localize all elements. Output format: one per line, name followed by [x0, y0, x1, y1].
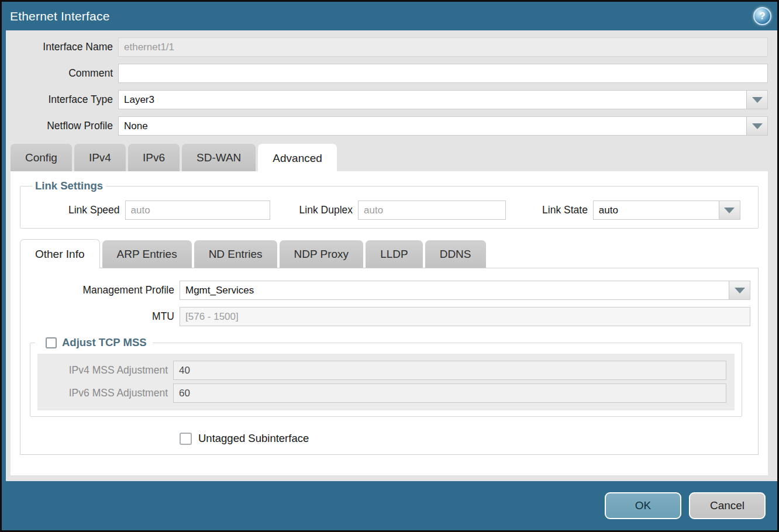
- tab-arp-entries[interactable]: ARP Entries: [102, 240, 192, 268]
- management-profile-row: Management Profile Mgmt_Services: [20, 281, 750, 300]
- adjust-tcp-mss-fieldset: Adjust TCP MSS IPv4 MSS Adjustment IPv6 …: [30, 336, 742, 417]
- tab-lldp[interactable]: LLDP: [366, 240, 423, 268]
- netflow-profile-dropdown-button[interactable]: [746, 117, 767, 135]
- comment-field[interactable]: [118, 64, 768, 83]
- tab-ipv4[interactable]: IPv4: [74, 144, 126, 171]
- link-state-select[interactable]: auto: [593, 201, 740, 220]
- ipv4-mss-field: [173, 361, 726, 380]
- adjust-tcp-mss-checkbox[interactable]: [46, 337, 57, 348]
- ipv4-mss-row: IPv4 MSS Adjustment: [37, 361, 735, 380]
- dialog-title: Ethernet Interface: [10, 9, 110, 23]
- link-speed-label: Link Speed: [68, 204, 125, 216]
- comment-label: Comment: [6, 67, 118, 80]
- dialog-body: Interface Name Comment Interface Type La…: [2, 30, 777, 481]
- management-profile-select[interactable]: Mgmt_Services: [180, 281, 750, 300]
- other-info-panel: Management Profile Mgmt_Services MTU: [20, 268, 759, 455]
- cancel-button[interactable]: Cancel: [689, 492, 766, 519]
- interface-type-select[interactable]: Layer3: [118, 90, 768, 109]
- inner-tabstrip: Other Info ARP Entries ND Entries NDP Pr…: [20, 240, 759, 268]
- help-icon[interactable]: ?: [753, 7, 771, 25]
- dialog-footer: OK Cancel: [2, 481, 777, 530]
- chevron-down-icon: [724, 208, 735, 213]
- mtu-row: MTU: [20, 307, 750, 326]
- chevron-down-icon: [735, 288, 745, 293]
- link-settings-fieldset: Link Settings Link Speed Link Duplex Lin…: [20, 179, 759, 229]
- management-profile-label: Management Profile: [20, 284, 180, 296]
- mtu-field[interactable]: [180, 307, 750, 326]
- dialog-titlebar: Ethernet Interface ?: [2, 2, 777, 30]
- tab-other-info[interactable]: Other Info: [20, 239, 100, 268]
- link-state-dropdown-button[interactable]: [719, 201, 740, 219]
- ipv6-mss-row: IPv6 MSS Adjustment: [37, 384, 735, 403]
- tab-nd-entries[interactable]: ND Entries: [194, 240, 277, 268]
- link-settings-legend: Link Settings: [32, 179, 106, 192]
- link-speed-field[interactable]: [125, 201, 270, 220]
- comment-row: Comment: [6, 64, 768, 83]
- interface-type-dropdown-button[interactable]: [746, 91, 767, 109]
- tab-ipv6[interactable]: IPv6: [128, 144, 180, 171]
- tab-advanced[interactable]: Advanced: [258, 144, 337, 172]
- untagged-subinterface-label: Untagged Subinterface: [198, 432, 309, 445]
- tab-ddns[interactable]: DDNS: [425, 240, 486, 268]
- interface-type-value: Layer3: [119, 94, 746, 106]
- ipv4-mss-label: IPv4 MSS Adjustment: [37, 364, 173, 376]
- tab-config[interactable]: Config: [11, 144, 72, 171]
- interface-name-field: [118, 37, 768, 57]
- link-state-group: Link State auto: [542, 201, 740, 220]
- ipv6-mss-field: [173, 384, 726, 403]
- management-profile-dropdown-button[interactable]: [729, 281, 750, 299]
- chevron-down-icon: [752, 97, 763, 103]
- untagged-subinterface-row: Untagged Subinterface: [180, 432, 750, 445]
- mss-disabled-block: IPv4 MSS Adjustment IPv6 MSS Adjustment: [37, 354, 735, 410]
- mtu-label: MTU: [20, 310, 180, 323]
- interface-type-label: Interface Type: [6, 94, 118, 106]
- netflow-profile-select[interactable]: None: [118, 116, 768, 136]
- link-duplex-label: Link Duplex: [299, 204, 358, 216]
- link-duplex-group: Link Duplex: [299, 201, 506, 220]
- untagged-subinterface-checkbox[interactable]: [180, 433, 192, 445]
- link-duplex-field[interactable]: [358, 201, 506, 220]
- management-profile-value: Mgmt_Services: [180, 285, 729, 296]
- ipv6-mss-label: IPv6 MSS Adjustment: [37, 387, 173, 399]
- chevron-down-icon: [752, 123, 763, 129]
- advanced-tab-panel: Link Settings Link Speed Link Duplex Lin…: [11, 171, 768, 475]
- netflow-profile-row: Netflow Profile None: [6, 116, 768, 136]
- adjust-tcp-mss-legend: Adjust TCP MSS: [35, 336, 153, 349]
- help-glyph: ?: [759, 11, 765, 22]
- interface-name-label: Interface Name: [6, 41, 118, 53]
- tab-ndp-proxy[interactable]: NDP Proxy: [280, 240, 364, 268]
- adjust-tcp-mss-label: Adjust TCP MSS: [62, 336, 147, 349]
- ok-button[interactable]: OK: [605, 492, 681, 519]
- ethernet-interface-dialog: Ethernet Interface ? Interface Name Comm…: [0, 0, 779, 532]
- interface-name-row: Interface Name: [6, 37, 768, 57]
- interface-type-row: Interface Type Layer3: [6, 90, 768, 109]
- link-state-value: auto: [594, 205, 719, 216]
- tab-sdwan[interactable]: SD-WAN: [182, 144, 256, 171]
- link-state-label: Link State: [542, 204, 593, 216]
- link-speed-group: Link Speed: [68, 201, 270, 220]
- netflow-profile-label: Netflow Profile: [6, 120, 118, 132]
- main-tabstrip: Config IPv4 IPv6 SD-WAN Advanced: [6, 144, 768, 171]
- netflow-profile-value: None: [119, 120, 746, 132]
